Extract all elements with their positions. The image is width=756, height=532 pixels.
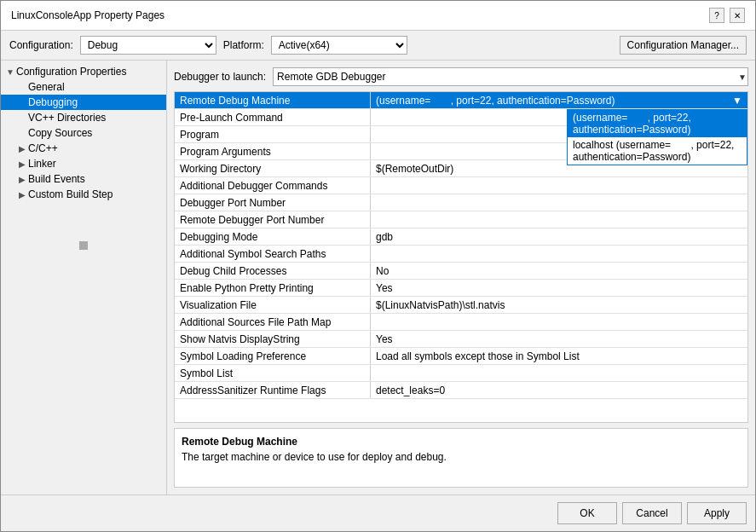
sidebar-item-build-events[interactable]: ▶ Build Events xyxy=(1,171,166,187)
prop-value-visualization-file: $(LinuxNatvisPath)\stl.natvis xyxy=(371,297,747,313)
sidebar-item-custom-build[interactable]: ▶ Custom Build Step xyxy=(1,187,166,202)
dialog-title: LinuxConsoleApp Property Pages xyxy=(11,9,164,21)
toggle-icon: ▶ xyxy=(16,159,28,169)
table-row[interactable]: Additional Sources File Path Map xyxy=(175,314,747,331)
prop-name-show-natvis-display: Show Natvis DisplayString xyxy=(175,331,371,347)
prop-value-symbol-loading-pref: Load all symbols except those in Symbol … xyxy=(371,348,747,364)
prop-name-enable-python-pretty: Enable Python Pretty Printing xyxy=(175,280,371,296)
table-row[interactable]: Symbol Loading Preference Load all symbo… xyxy=(175,348,747,365)
title-bar: LinuxConsoleApp Property Pages ? ✕ xyxy=(1,1,755,31)
description-title: Remote Debug Machine xyxy=(182,436,741,448)
sidebar-item-copy-sources[interactable]: Copy Sources xyxy=(1,125,166,141)
prop-value-additional-sources-file xyxy=(371,314,747,330)
sidebar-item-label: Linker xyxy=(28,158,56,170)
sidebar-item-cpp[interactable]: ▶ C/C++ xyxy=(1,141,166,156)
prop-value-show-natvis-display: Yes xyxy=(371,331,747,347)
table-row[interactable]: Debugger Port Number xyxy=(175,194,747,211)
prop-name-additional-sources-file: Additional Sources File Path Map xyxy=(175,314,371,330)
apply-button[interactable]: Apply xyxy=(687,502,747,524)
sidebar-item-label: C/C++ xyxy=(28,142,58,154)
ok-button[interactable]: OK xyxy=(557,502,617,524)
prop-name-debugging-mode: Debugging Mode xyxy=(175,228,371,245)
cancel-button[interactable]: Cancel xyxy=(622,502,682,524)
prop-name-pre-launch-command: Pre-Launch Command xyxy=(175,109,371,125)
prop-name-remote-debug-machine: Remote Debug Machine xyxy=(175,92,371,108)
prop-value-additional-debugger-commands xyxy=(371,177,747,194)
content-area: Debugger to launch: Remote GDB Debugger … xyxy=(167,61,755,494)
dropdown-item[interactable]: (username= , port=22, authentication=Pas… xyxy=(568,110,747,137)
prop-name-debugger-port-number: Debugger Port Number xyxy=(175,194,371,211)
sidebar: ▼ Configuration Properties General Debug… xyxy=(1,61,167,494)
configuration-manager-button[interactable]: Configuration Manager... xyxy=(620,36,747,55)
sidebar-item-debugging[interactable]: Debugging xyxy=(1,95,166,110)
prop-name-program-arguments: Program Arguments xyxy=(175,143,371,159)
table-row[interactable]: Debug Child Processes No xyxy=(175,263,747,280)
prop-value-debug-child-processes: No xyxy=(371,263,747,279)
table-row[interactable]: AddressSanitizer Runtime Flags detect_le… xyxy=(175,382,747,399)
debugger-label: Debugger to launch: xyxy=(174,71,266,83)
sidebar-item-vcpp-directories[interactable]: VC++ Directories xyxy=(1,110,166,125)
prop-name-additional-symbol-search: Additional Symbol Search Paths xyxy=(175,246,371,262)
prop-name-symbol-list: Symbol List xyxy=(175,365,371,381)
dialog: LinuxConsoleApp Property Pages ? ✕ Confi… xyxy=(0,0,756,532)
table-row[interactable]: Debugging Mode gdb xyxy=(175,228,747,246)
prop-name-debug-child-processes: Debug Child Processes xyxy=(175,263,371,279)
dropdown-popup: (username= , port=22, authentication=Pas… xyxy=(567,109,747,165)
dropdown-arrow-icon[interactable]: ▼ xyxy=(732,95,742,107)
prop-name-visualization-file: Visualization File xyxy=(175,297,371,313)
table-row[interactable]: Show Natvis DisplayString Yes xyxy=(175,331,747,348)
debugger-row: Debugger to launch: Remote GDB Debugger … xyxy=(174,67,748,86)
sidebar-item-label: Debugging xyxy=(28,96,78,108)
prop-name-address-sanitizer: AddressSanitizer Runtime Flags xyxy=(175,382,371,398)
sidebar-item-config-props[interactable]: ▼ Configuration Properties xyxy=(1,64,166,79)
prop-value-remote-debugger-port xyxy=(371,211,747,228)
prop-name-additional-debugger-commands: Additional Debugger Commands xyxy=(175,177,371,194)
sidebar-item-linker[interactable]: ▶ Linker xyxy=(1,156,166,171)
configuration-select[interactable]: Debug xyxy=(80,36,216,55)
prop-value-debugging-mode: gdb xyxy=(371,228,747,245)
toggle-icon: ▶ xyxy=(16,190,28,200)
table-row[interactable]: Additional Symbol Search Paths xyxy=(175,246,747,263)
prop-value-symbol-list xyxy=(371,365,747,381)
table-row[interactable]: Symbol List xyxy=(175,365,747,382)
debugger-select-wrap: Remote GDB Debugger ▼ xyxy=(273,67,748,86)
sidebar-item-label: General xyxy=(28,81,65,93)
prop-name-symbol-loading-pref: Symbol Loading Preference xyxy=(175,348,371,364)
prop-value-enable-python-pretty: Yes xyxy=(371,280,747,296)
title-controls: ? ✕ xyxy=(709,8,745,23)
table-row[interactable]: Enable Python Pretty Printing Yes xyxy=(175,280,747,297)
sidebar-item-general[interactable]: General xyxy=(1,79,166,95)
description-text: The target machine or device to use for … xyxy=(182,451,741,463)
config-bar: Configuration: Debug Platform: Active(x6… xyxy=(1,31,755,61)
prop-name-working-directory: Working Directory xyxy=(175,160,371,176)
description-area: Remote Debug Machine The target machine … xyxy=(174,428,748,488)
toggle-icon: ▶ xyxy=(16,175,28,184)
platform-label: Platform: xyxy=(223,39,264,51)
close-button[interactable]: ✕ xyxy=(730,8,745,23)
prop-value-additional-symbol-search xyxy=(371,246,747,262)
debugger-select[interactable]: Remote GDB Debugger xyxy=(273,67,748,86)
config-label: Configuration: xyxy=(9,39,73,51)
properties-table: Remote Debug Machine (username= , port=2… xyxy=(174,91,748,423)
table-row[interactable]: Remote Debug Machine (username= , port=2… xyxy=(175,92,747,109)
main-area: ▼ Configuration Properties General Debug… xyxy=(1,61,755,494)
sidebar-item-label: Build Events xyxy=(28,173,85,185)
table-row[interactable]: Remote Debugger Port Number xyxy=(175,211,747,228)
prop-name-program: Program xyxy=(175,126,371,142)
toggle-icon: ▼ xyxy=(4,67,16,77)
sidebar-item-label: Copy Sources xyxy=(28,127,92,139)
footer-buttons: OK Cancel Apply xyxy=(1,494,755,531)
platform-select[interactable]: Active(x64) xyxy=(271,36,407,55)
help-button[interactable]: ? xyxy=(709,8,724,23)
prop-name-remote-debugger-port: Remote Debugger Port Number xyxy=(175,211,371,228)
sidebar-item-label: Configuration Properties xyxy=(16,66,126,78)
prop-value-address-sanitizer: detect_leaks=0 xyxy=(371,382,747,398)
sidebar-item-label: VC++ Directories xyxy=(28,112,106,124)
toggle-icon: ▶ xyxy=(16,144,28,153)
prop-value-debugger-port-number xyxy=(371,194,747,211)
prop-value-remote-debug-machine: (username= , port=22, authentication=Pas… xyxy=(371,92,747,108)
table-row[interactable]: Additional Debugger Commands xyxy=(175,177,747,194)
table-row[interactable]: Visualization File $(LinuxNatvisPath)\st… xyxy=(175,297,747,314)
sidebar-item-label: Custom Build Step xyxy=(28,188,113,200)
dropdown-item[interactable]: localhost (username= , port=22, authenti… xyxy=(568,137,747,165)
